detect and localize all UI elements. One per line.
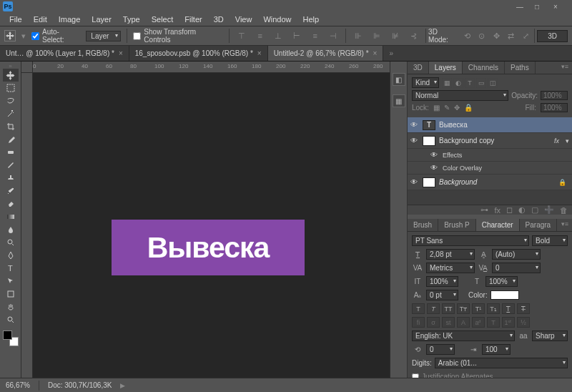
align-center-icon[interactable]: ≡ xyxy=(309,29,322,42)
layer-item[interactable]: 👁 Background 🔒 xyxy=(408,175,572,190)
dock-swatches-icon[interactable]: ▦ xyxy=(393,94,405,107)
tab-document-2[interactable]: 16_sposobov.psb @ 100% (RGB/8) *× xyxy=(129,46,268,61)
language-dropdown[interactable]: English: UK xyxy=(412,330,515,341)
filter-smart-icon[interactable]: ◫ xyxy=(488,78,498,88)
adjustment-layer-icon[interactable]: ◐ xyxy=(518,205,526,215)
visibility-icon[interactable]: 👁 xyxy=(430,164,439,172)
opacity-field[interactable]: 100% xyxy=(541,91,568,100)
menu-select[interactable]: Select xyxy=(147,14,179,25)
angle-field[interactable]: 0 xyxy=(426,344,455,355)
menu-filter[interactable]: Filter xyxy=(179,14,207,25)
smallcaps-button[interactable]: Tᴛ xyxy=(457,303,470,314)
leading-field[interactable]: (Auto) xyxy=(492,249,541,260)
superscript-button[interactable]: T¹ xyxy=(472,303,485,314)
tab-character[interactable]: Character xyxy=(476,219,520,231)
blur-tool[interactable] xyxy=(3,223,19,236)
tracking-field[interactable]: 0 xyxy=(492,263,541,273)
visibility-icon[interactable]: 👁 xyxy=(410,137,419,144)
distribute3-icon[interactable]: ⊯ xyxy=(389,29,402,42)
layer-group-icon[interactable]: ▢ xyxy=(531,205,538,215)
pan3d-icon[interactable]: ✥ xyxy=(490,29,503,42)
path-select-tool[interactable] xyxy=(3,275,19,288)
canvas[interactable]: Вывеска xyxy=(33,73,390,378)
filter-pixel-icon[interactable]: ▦ xyxy=(442,78,452,88)
layer-mask-icon[interactable]: ◻ xyxy=(506,205,513,215)
heal-tool[interactable] xyxy=(3,146,19,159)
blend-mode-dropdown[interactable]: Normal xyxy=(412,90,508,101)
align-middle-icon[interactable]: ≡ xyxy=(254,29,267,42)
vscale-field[interactable]: 100% xyxy=(426,276,458,287)
history-brush-tool[interactable] xyxy=(3,185,19,197)
auto-select-checkbox[interactable]: Auto-Select: xyxy=(31,28,80,44)
lock-all-icon[interactable]: 🔒 xyxy=(464,104,473,112)
faux-bold-button[interactable]: T xyxy=(412,303,425,314)
layer-item[interactable]: 👁 Background copy fx▾ xyxy=(408,133,572,149)
antialias-dropdown[interactable]: Sharp xyxy=(532,330,568,341)
tab-paragraph[interactable]: Paragra xyxy=(520,219,558,231)
font-size-field[interactable]: 2,08 pt xyxy=(426,249,475,260)
align-top-icon[interactable]: ⊤ xyxy=(235,29,248,42)
distribute2-icon[interactable]: ⊫ xyxy=(370,29,383,42)
rotate3d-icon[interactable]: ⟲ xyxy=(460,29,473,42)
tab-brush[interactable]: Brush xyxy=(408,219,438,231)
dodge-tool[interactable] xyxy=(3,236,19,249)
dock-color-icon[interactable]: ◧ xyxy=(393,73,405,86)
eyedropper-tool[interactable] xyxy=(3,133,19,146)
crop-tool[interactable] xyxy=(3,120,19,133)
align-left-icon[interactable]: ⊢ xyxy=(290,29,303,42)
visibility-icon[interactable]: 👁 xyxy=(430,151,439,159)
toolbox-grip[interactable]: » xyxy=(1,63,20,69)
link-layers-icon[interactable]: ⊶ xyxy=(480,205,488,215)
stylistic-button[interactable]: T xyxy=(487,317,500,328)
distribute-icon[interactable]: ⊪ xyxy=(352,29,365,42)
lasso-tool[interactable] xyxy=(3,94,19,107)
fractions-button[interactable]: 1ˢᵗ xyxy=(502,317,515,328)
color-swatch[interactable] xyxy=(3,330,19,346)
tab-document-3[interactable]: Untitled-2 @ 66,7% (RGB/8) *× xyxy=(268,46,384,61)
wand-tool[interactable] xyxy=(3,107,19,120)
auto-select-mode-dropdown[interactable]: Layer xyxy=(86,31,121,41)
menu-view[interactable]: View xyxy=(230,14,257,25)
status-menu-icon[interactable]: ▶ xyxy=(120,382,125,389)
font-family-dropdown[interactable]: PT Sans xyxy=(412,235,529,246)
filter-type-icon[interactable]: T xyxy=(465,78,475,88)
strikethrough-button[interactable]: T̶ xyxy=(517,303,530,314)
marquee-tool[interactable] xyxy=(3,82,19,94)
menu-image[interactable]: Image xyxy=(54,14,86,25)
lock-transparent-icon[interactable]: ▦ xyxy=(433,104,440,112)
menu-file[interactable]: File xyxy=(4,14,27,25)
close-icon[interactable]: × xyxy=(257,49,262,57)
tab-paths[interactable]: Paths xyxy=(505,62,536,74)
layer-effect-item[interactable]: 👁 Effects xyxy=(408,149,572,162)
fx-badge[interactable]: fx xyxy=(554,137,562,144)
filter-adjust-icon[interactable]: ◐ xyxy=(453,78,463,88)
close-icon[interactable]: × xyxy=(119,49,123,57)
hand-tool[interactable] xyxy=(3,300,19,313)
tab-channels[interactable]: Channels xyxy=(463,62,505,74)
visibility-icon[interactable]: 👁 xyxy=(410,178,419,186)
align-bottom-icon[interactable]: ⊥ xyxy=(272,29,285,42)
subscript-button[interactable]: T₁ xyxy=(487,303,500,314)
visibility-icon[interactable]: 👁 xyxy=(410,121,419,129)
tab-3d[interactable]: 3D xyxy=(408,62,429,74)
spread-field[interactable]: 100 xyxy=(482,344,511,355)
window-minimize-button[interactable]: — xyxy=(516,3,526,10)
tab-document-1[interactable]: Unt… @ 100% (Layer 1, RGB/8) *× xyxy=(0,46,129,61)
layer-item[interactable]: 👁 T Вывеска xyxy=(408,117,572,133)
underline-button[interactable]: T̲ xyxy=(502,303,515,314)
panel-menu-icon[interactable]: ▾≡ xyxy=(558,219,572,231)
delete-layer-icon[interactable]: 🗑 xyxy=(560,206,568,215)
scale3d-icon[interactable]: ⤢ xyxy=(520,29,533,42)
roll3d-icon[interactable]: ⊙ xyxy=(475,29,488,42)
layer-effect-item[interactable]: 👁 Color Overlay xyxy=(408,162,572,175)
digits-dropdown[interactable]: Arabic (01... xyxy=(435,358,568,368)
kerning-dropdown[interactable]: Metrics xyxy=(426,263,475,273)
layer-filter-kind[interactable]: Kind xyxy=(412,77,439,88)
menu-help[interactable]: Help xyxy=(298,14,325,25)
artwork-text-layer[interactable]: Вывеска xyxy=(112,220,305,275)
doc-size[interactable]: Doc: 300,7K/106,3K xyxy=(48,381,112,389)
type-tool[interactable]: T xyxy=(3,262,19,275)
text-color-swatch[interactable] xyxy=(490,290,519,300)
baseline-field[interactable]: 0 pt xyxy=(426,290,458,300)
titling-button[interactable]: A xyxy=(457,317,470,328)
